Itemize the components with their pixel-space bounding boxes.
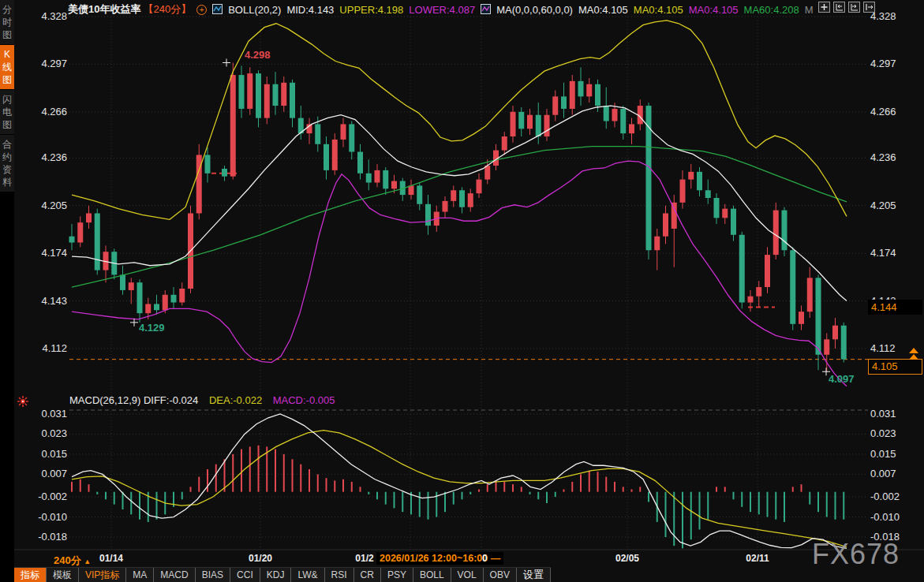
macd-axis-label-right: -0.010 <box>870 511 900 524</box>
macd-axis-label-right: -0.002 <box>870 491 900 503</box>
toolbar-button-模板[interactable]: 模板 <box>47 568 79 582</box>
macd-legend: MACD(26,12,9) DIFF:-0.024 DEA:-0.022 MAC… <box>69 394 342 406</box>
macd-dea-value: DEA:-0.022 <box>209 394 262 406</box>
toolbar-button-CCI[interactable]: CCI <box>230 568 260 582</box>
macd-axis-label-left: 0.023 <box>22 427 67 440</box>
macd-axis-label-left: 0.007 <box>22 468 67 480</box>
chart-application-window: 分时图K线图闪电图合约资料 美债10年收益率 【240分】 + BOLL(20,… <box>0 0 924 582</box>
toolbar-button-PSY[interactable]: PSY <box>381 568 413 582</box>
toolbar-button-设置[interactable]: 设置 <box>517 568 551 582</box>
chart-legend-bar: 美债10年收益率 【240分】 + BOLL(20,2) MID:4.143 U… <box>68 2 819 17</box>
indicator-toolbar: 指标模板VIP指标MAMACDBIASCCIKDJLW&RSICRPSYBOLL… <box>14 567 551 582</box>
timeframe-arrow-icon: ▲ <box>84 558 91 565</box>
chart-toolbar-icons <box>818 2 875 13</box>
low-price-label: 4.129 <box>139 322 165 334</box>
partial-date-label: 0 <box>482 553 488 564</box>
sidebar-tab-active[interactable]: K线图 <box>0 45 14 90</box>
symbol-title: 美债10年收益率 <box>68 2 140 17</box>
date-label: 01/2 <box>355 553 373 564</box>
macd-axis-label-left: 0.015 <box>22 448 67 461</box>
ma0-yellow-value: MA0:4.105 <box>634 4 683 16</box>
toolbar-button-LW&[interactable]: LW& <box>291 568 324 582</box>
ma-indicator-icon[interactable] <box>481 4 491 17</box>
fx678-watermark: FX678 <box>812 538 900 571</box>
ma60-value: MA60:4.208 <box>744 4 799 16</box>
ma-label: MA(0,0,0,60,0,0) <box>496 4 573 16</box>
last-price-box: 4.105 <box>868 359 922 375</box>
macd-axis-label-left: 0.031 <box>22 408 67 420</box>
toolbar-button-BIAS[interactable]: BIAS <box>196 568 230 582</box>
date-label: 02/11 <box>746 553 769 564</box>
toolbar-button-CR[interactable]: CR <box>354 568 381 582</box>
sidebar-tab-item[interactable]: 闪电图 <box>0 90 14 135</box>
legend-suffix: M <box>805 4 814 16</box>
price-axis-label-left: 4.143 <box>22 295 67 308</box>
price-axis-label-left: 4.328 <box>22 10 67 23</box>
date-label: 01/14 <box>99 553 123 564</box>
left-sidebar: 分时图K线图闪电图合约资料 <box>0 0 14 582</box>
macd-axis-label-left: -0.018 <box>22 531 67 543</box>
toolbar-button-KDJ[interactable]: KDJ <box>260 568 292 582</box>
high-price-label: 4.298 <box>245 49 271 61</box>
macd-axis-label-left: -0.002 <box>22 491 67 503</box>
macd-axis-label-left: -0.010 <box>22 511 67 524</box>
recent-low-price-label: 4.097 <box>829 373 855 385</box>
sidebar-tab-item[interactable]: 分时图 <box>0 0 14 45</box>
macd-axis-label-right: 0.031 <box>870 408 896 420</box>
boll-label: BOLL(20,2) <box>228 4 281 16</box>
price-up-arrows-icon <box>909 348 918 360</box>
sidebar-tab-item[interactable]: 合约资料 <box>0 135 14 192</box>
price-axis-label-left: 4.174 <box>22 247 67 259</box>
ma0-magenta-value: MA0:4.105 <box>689 4 739 16</box>
macd-macd-value: MACD:-0.005 <box>273 394 335 406</box>
time-axis: 240分 ▲ 2026/01/26 12:00~16:00 — 0 01/140… <box>0 550 924 566</box>
toolbar-button-VIP指标[interactable]: VIP指标 <box>79 568 126 582</box>
price-axis-label-left: 4.297 <box>22 58 67 70</box>
ma0-white-value: MA0:4.105 <box>578 4 628 16</box>
boll-indicator-icon[interactable] <box>212 4 223 17</box>
price-axis-label-right: 4.266 <box>870 106 896 118</box>
date-label: 02/05 <box>615 553 639 564</box>
kline-chart-canvas[interactable] <box>0 0 924 582</box>
price-axis-label-right: 4.112 <box>870 342 896 355</box>
price-axis-label-left: 4.266 <box>22 106 67 118</box>
zoom-in-icon[interactable] <box>848 2 860 13</box>
price-axis-label-left: 4.236 <box>22 151 67 164</box>
macd-axis-label-right: 0.015 <box>870 448 896 461</box>
boll-mid-value: MID:4.143 <box>286 4 334 16</box>
crosshair-icon[interactable] <box>818 2 830 13</box>
price-axis-label-right: 4.297 <box>870 58 896 70</box>
period-tag: 【240分】 <box>143 2 191 17</box>
toolbar-button-RSI[interactable]: RSI <box>325 568 354 582</box>
price-axis-label-left: 4.205 <box>22 200 67 212</box>
pan-right-icon[interactable] <box>863 2 875 13</box>
date-label: 01/20 <box>249 553 272 564</box>
macd-axis-label-right: 0.023 <box>870 427 896 440</box>
price-axis-label-right: 4.236 <box>870 151 896 164</box>
boll-upper-value: UPPER:4.198 <box>339 4 403 16</box>
toolbar-button-BOLL[interactable]: BOLL <box>413 568 451 582</box>
toolbar-button-VOL[interactable]: VOL <box>451 568 484 582</box>
toolbar-button-指标[interactable]: 指标 <box>14 568 47 582</box>
price-axis-label-right: 4.174 <box>870 247 896 259</box>
price-axis-label-left: 4.112 <box>22 342 67 355</box>
toolbar-button-MA[interactable]: MA <box>126 568 154 582</box>
macd-diff-value: MACD(26,12,9) DIFF:-0.024 <box>69 394 198 406</box>
timeframe-label[interactable]: 240分 ▲ <box>54 554 91 568</box>
boll-lower-value: LOWER:4.087 <box>409 4 475 16</box>
toolbar-button-MACD[interactable]: MACD <box>154 568 195 582</box>
toolbar-button-OBV[interactable]: OBV <box>484 568 517 582</box>
settlement-price-box: 4.144 <box>868 300 922 315</box>
add-indicator-icon[interactable]: + <box>196 5 207 15</box>
price-axis-label-right: 4.205 <box>870 200 896 212</box>
macd-axis-label-right: 0.007 <box>870 468 896 480</box>
zoom-out-icon[interactable] <box>833 2 845 13</box>
